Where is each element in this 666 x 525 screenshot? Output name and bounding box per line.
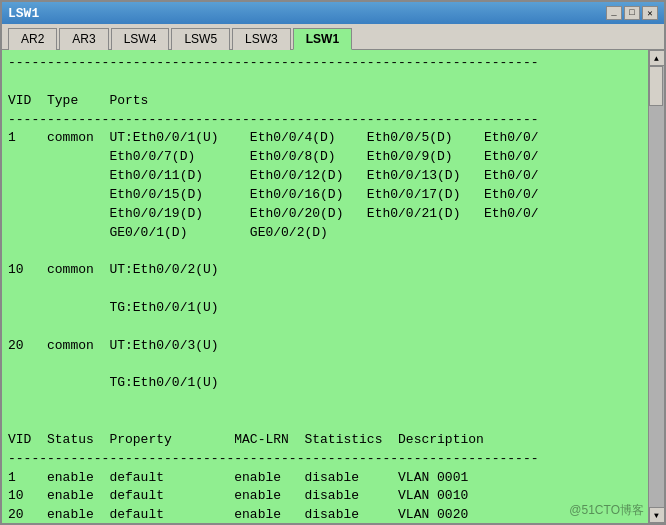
tab-lsw5[interactable]: LSW5 — [171, 28, 230, 50]
vertical-scrollbar[interactable]: ▲ ▼ — [648, 50, 664, 523]
scroll-down-button[interactable]: ▼ — [649, 507, 665, 523]
title-bar: LSW1 _ □ ✕ — [2, 2, 664, 24]
scroll-up-button[interactable]: ▲ — [649, 50, 665, 66]
scroll-thumb[interactable] — [649, 66, 663, 106]
maximize-button[interactable]: □ — [624, 6, 640, 20]
window-controls: _ □ ✕ — [606, 6, 658, 20]
main-window: LSW1 _ □ ✕ AR2 AR3 LSW4 LSW5 LSW3 LSW1 -… — [0, 0, 666, 525]
minimize-button[interactable]: _ — [606, 6, 622, 20]
terminal-output[interactable]: ----------------------------------------… — [2, 50, 648, 523]
close-button[interactable]: ✕ — [642, 6, 658, 20]
tab-lsw4[interactable]: LSW4 — [111, 28, 170, 50]
tabs-bar: AR2 AR3 LSW4 LSW5 LSW3 LSW1 — [2, 24, 664, 50]
content-area: ----------------------------------------… — [2, 50, 664, 523]
tab-lsw3[interactable]: LSW3 — [232, 28, 291, 50]
window-title: LSW1 — [8, 6, 39, 21]
tab-ar2[interactable]: AR2 — [8, 28, 57, 50]
tab-ar3[interactable]: AR3 — [59, 28, 108, 50]
tab-lsw1[interactable]: LSW1 — [293, 28, 352, 50]
scroll-track[interactable] — [649, 66, 664, 507]
